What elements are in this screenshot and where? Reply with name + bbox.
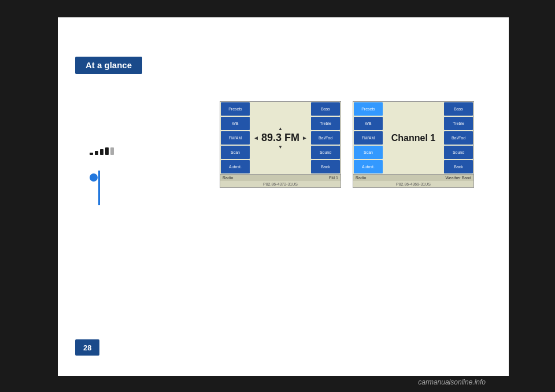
balfad-btn-left[interactable]: Bal/Fad (311, 131, 340, 145)
fmam-btn-right[interactable]: FM/AM (354, 131, 383, 145)
sound-btn-right[interactable]: Sound (444, 146, 473, 159)
screen-right-menu: Bass Treble Bal/Fad Sound Back (310, 102, 341, 174)
screen-caption-right: P82.86-4369-31US (353, 181, 473, 187)
footer-radio-label-right: Radio (356, 176, 366, 180)
screen-right-menu-right: Bass Treble Bal/Fad Sound Back (443, 102, 473, 174)
up-arrow-icon: ▲ (278, 125, 283, 132)
presets-btn-left[interactable]: Presets (221, 102, 250, 116)
radio-screen-fm: Presets WB FM/AM Scan Autost. ▲ ◄ 89.3 F… (220, 101, 341, 188)
screen-footer-right: Radio Weather Band (353, 174, 473, 181)
signal-bar-3 (100, 149, 103, 155)
screen-center-weather: Channel 1 (383, 102, 443, 174)
bass-btn-left[interactable]: Bass (311, 102, 340, 116)
footer-band-label-right: Weather Band (445, 176, 471, 180)
screen-left-menu-right: Presets WB FM/AM Scan Autost. (353, 102, 383, 174)
footer-band-label-left: FM 1 (329, 176, 338, 180)
treble-btn-left[interactable]: Treble (311, 117, 340, 130)
page-number-box: 28 (75, 339, 99, 356)
section-header-box: At a glance (75, 57, 142, 74)
next-arrow-icon: ► (302, 135, 308, 141)
treble-btn-right[interactable]: Treble (444, 117, 473, 130)
balfad-btn-right[interactable]: Bal/Fad (444, 131, 473, 145)
watermark: carmanualsonline.info (418, 378, 486, 386)
section-header-text: At a glance (86, 60, 132, 70)
back-btn-right[interactable]: Back (444, 160, 473, 173)
sound-btn-left[interactable]: Sound (311, 146, 340, 159)
content-area: At a glance Presets WB FM/AM Scan Autost… (58, 17, 509, 376)
autost-btn-left[interactable]: Autost. (221, 160, 250, 173)
screen-center-display: ▲ ◄ 89.3 FM ► ▼ (250, 102, 310, 174)
signal-bar-1 (90, 153, 93, 155)
down-arrow-icon: ▼ (278, 144, 283, 150)
frequency-value: 89.3 FM (261, 132, 299, 144)
channel-display: Channel 1 (391, 133, 435, 143)
scan-btn-left[interactable]: Scan (221, 146, 250, 159)
screen-caption-left: P82.86-4372-31US (220, 181, 341, 187)
prev-arrow-icon: ◄ (253, 135, 259, 141)
wb-btn-right[interactable]: WB (354, 117, 383, 130)
screen-left-menu: Presets WB FM/AM Scan Autost. (220, 102, 250, 174)
signal-bar-4 (105, 147, 109, 155)
frequency-display: ◄ 89.3 FM ► (253, 132, 308, 144)
wb-btn-left[interactable]: WB (221, 117, 250, 130)
signal-icon (90, 147, 114, 155)
presets-btn-right[interactable]: Presets (354, 102, 383, 116)
radio-screen-weather: Presets WB FM/AM Scan Autost. Channel 1 … (353, 101, 474, 188)
back-btn-left[interactable]: Back (311, 160, 340, 173)
bass-btn-right[interactable]: Bass (444, 102, 473, 116)
scan-btn-right[interactable]: Scan (354, 146, 383, 159)
indicator-dot (90, 173, 98, 182)
footer-radio-label-left: Radio (223, 176, 233, 180)
signal-bar-2 (95, 151, 98, 155)
autost-btn-right[interactable]: Autost. (354, 160, 383, 173)
indicator-line (98, 171, 100, 205)
page-number: 28 (83, 343, 91, 352)
screen-footer-left: Radio FM 1 (220, 174, 341, 181)
fmam-btn-left[interactable]: FM/AM (221, 131, 250, 145)
signal-bar-5 (110, 147, 114, 155)
